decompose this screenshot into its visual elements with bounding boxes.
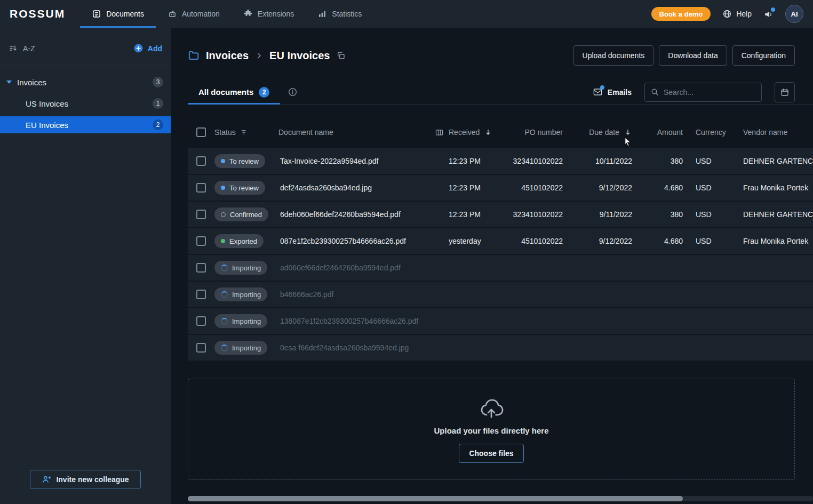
column-po-number[interactable]: PO number — [498, 128, 563, 137]
column-settings[interactable] — [429, 128, 449, 137]
status-badge: Importing — [214, 341, 267, 355]
copy-icon[interactable] — [336, 51, 346, 60]
sort-control[interactable]: A-Z — [9, 44, 35, 53]
column-currency[interactable]: Currency — [683, 128, 728, 137]
invite-colleague-button[interactable]: Invite new colleague — [30, 470, 141, 489]
row-checkbox[interactable] — [196, 183, 206, 193]
received-cell: 12:23 PM — [449, 183, 498, 192]
user-avatar[interactable]: AI — [785, 5, 803, 23]
spinner-icon — [221, 291, 228, 298]
document-name: def24asdsa260sba94ed.jpg — [278, 183, 429, 192]
row-checkbox[interactable] — [196, 290, 206, 299]
row-checkbox[interactable] — [196, 156, 206, 166]
column-amount[interactable]: Amount — [632, 128, 683, 137]
workspace-label: Invoices — [17, 78, 46, 87]
nav-documents[interactable]: Documents — [80, 0, 156, 28]
row-checkbox[interactable] — [196, 210, 206, 219]
scrollbar-thumb[interactable] — [188, 496, 683, 501]
workspace-invoices[interactable]: Invoices 3 — [0, 74, 171, 91]
announcements-button[interactable] — [763, 9, 774, 19]
column-document-name[interactable]: Document name — [278, 128, 429, 137]
column-status[interactable]: Status — [214, 128, 278, 137]
download-data-button[interactable]: Download data — [659, 45, 727, 66]
column-due-date[interactable]: Due date — [563, 128, 632, 137]
count-badge: 3 — [153, 77, 163, 87]
vendor-cell: Frau Monika Portek — [728, 237, 813, 245]
table-row[interactable]: Importing ad060ef66def2464260ba9594ed.pd… — [188, 255, 813, 281]
column-label: Amount — [657, 128, 683, 137]
table-row[interactable]: Importing 138087e1f2cb239300257b46666ac2… — [188, 308, 813, 334]
filter-icon[interactable] — [240, 128, 249, 137]
topbar-right: Book a demo Help AI — [651, 5, 803, 23]
add-label: Add — [148, 44, 162, 53]
configuration-button[interactable]: Configuration — [732, 45, 795, 66]
choose-files-button[interactable]: Choose files — [459, 444, 523, 463]
table-row[interactable]: Importing 0esa f66def24asdsa260sba9594ed… — [188, 335, 813, 361]
table-row[interactable]: To review Tax-Invoice-2022a9594ed.pdf 12… — [188, 148, 813, 174]
upload-documents-button[interactable]: Upload documents — [573, 45, 654, 66]
nav-automation[interactable]: Automation — [156, 0, 232, 28]
breadcrumb-current: EU Invoices — [269, 50, 330, 62]
tab-count-badge: 2 — [259, 87, 269, 98]
vendor-cell: DEHNER GARTENC — [728, 210, 813, 219]
search-box — [644, 83, 762, 102]
table-row[interactable]: Exported 087e1f2cb239300257b46666ac26.pd… — [188, 228, 813, 254]
select-all-checkbox[interactable] — [196, 127, 206, 137]
caret-down-icon[interactable] — [6, 81, 12, 84]
table-row[interactable]: Confirmed 6deh060ef66def24260ba9594ed.pd… — [188, 202, 813, 227]
amount-cell: 4.680 — [632, 237, 683, 245]
date-filter-button[interactable] — [775, 82, 795, 102]
status-ring-icon — [221, 212, 226, 217]
nav-extensions[interactable]: Extensions — [232, 0, 306, 28]
sort-down-icon — [484, 128, 492, 137]
column-label: Vendor name — [743, 128, 787, 137]
column-vendor-name[interactable]: Vendor name — [728, 128, 813, 137]
folder-icon — [188, 50, 200, 61]
globe-icon — [722, 9, 732, 19]
column-label: Currency — [696, 128, 726, 137]
breadcrumb-parent[interactable]: Invoices — [206, 50, 249, 62]
horizontal-scrollbar — [188, 496, 813, 501]
nav-statistics[interactable]: Statistics — [306, 0, 373, 28]
row-checkbox[interactable] — [196, 236, 206, 246]
statistics-icon — [317, 9, 327, 19]
help-label: Help — [736, 10, 752, 18]
column-label: Document name — [278, 128, 333, 137]
table-row[interactable]: Importing b46666ac26.pdf — [188, 282, 813, 307]
book-demo-button[interactable]: Book a demo — [651, 7, 711, 21]
queue-eu-invoices[interactable]: EU Invoices 2 — [0, 116, 171, 133]
table-row[interactable]: To review def24asdsa260sba94ed.jpg 12:23… — [188, 175, 813, 201]
emails-button[interactable]: Emails — [593, 87, 632, 97]
document-name: Tax-Invoice-2022a9594ed.pdf — [278, 157, 429, 165]
document-name: b46666ac26.pdf — [278, 290, 429, 299]
add-queue-button[interactable]: Add — [133, 43, 162, 53]
tab-all-documents[interactable]: All documents 2 — [188, 80, 280, 104]
columns-icon — [435, 128, 444, 137]
calendar-icon — [780, 87, 790, 97]
status-dot-icon — [221, 159, 225, 163]
row-checkbox[interactable] — [196, 316, 206, 326]
main-nav: Documents Automation Extensions Statisti… — [80, 0, 373, 28]
status-badge: Confirmed — [214, 207, 268, 221]
status-badge: Importing — [214, 287, 267, 301]
queue-tree: Invoices 3 US Invoices 1 EU Invoices 2 — [0, 66, 171, 138]
help-button[interactable]: Help — [722, 9, 752, 19]
queue-us-invoices[interactable]: US Invoices 1 — [0, 95, 171, 112]
queue-actions: Upload documents Download data Configura… — [573, 45, 795, 66]
person-plus-icon — [42, 475, 51, 484]
column-label: Status — [214, 128, 236, 137]
info-icon[interactable] — [288, 87, 298, 97]
row-checkbox[interactable] — [196, 343, 206, 353]
tabs-row: All documents 2 Emails — [188, 80, 813, 105]
currency-cell: USD — [683, 237, 728, 245]
status-badge: Importing — [214, 261, 267, 275]
emails-notification-dot — [600, 85, 604, 90]
column-received[interactable]: Received — [449, 128, 498, 137]
row-checkbox[interactable] — [196, 263, 206, 273]
document-name: 0esa f66def24asdsa260sba9594ed.jpg — [278, 343, 429, 352]
search-input[interactable] — [664, 88, 760, 97]
automation-icon — [168, 9, 177, 19]
amount-cell: 380 — [632, 210, 683, 219]
upload-dropzone[interactable]: Upload your files directly here Choose f… — [188, 379, 795, 480]
received-cell: 12:23 PM — [449, 157, 498, 165]
